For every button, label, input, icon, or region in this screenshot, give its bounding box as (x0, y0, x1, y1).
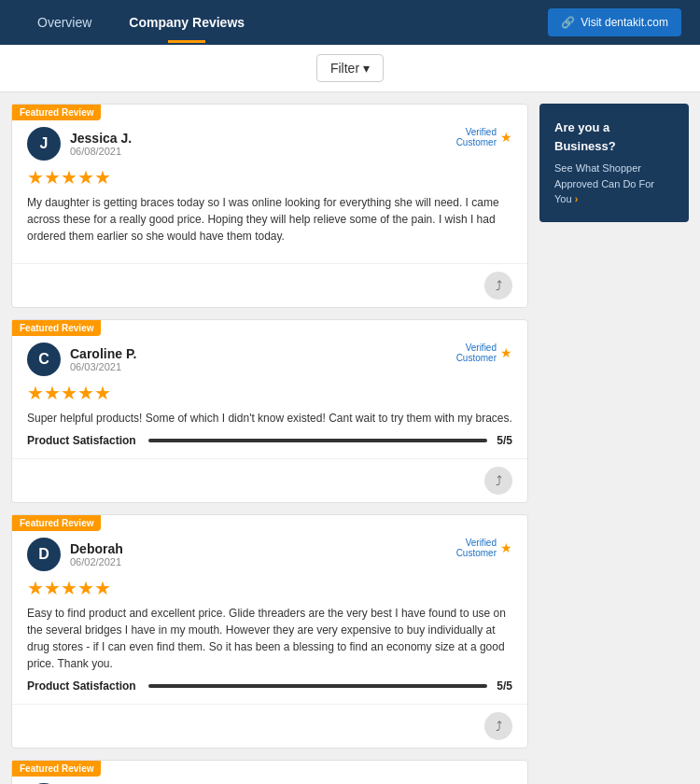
arrow-icon: › (575, 193, 579, 204)
reviewer-name: Deborah (70, 541, 123, 556)
product-sat-label: Product Satisfaction (27, 679, 139, 693)
verified-line1: Verified (456, 538, 497, 548)
verified-badge: Verified Customer ★ (456, 538, 512, 558)
external-link-icon: 🔗 (561, 16, 575, 29)
business-card-title: Are you a Business? (554, 119, 674, 155)
filter-button[interactable]: Filter ▾ (316, 54, 384, 82)
verified-star-icon: ★ (500, 540, 512, 555)
verified-badge: Verified Customer ★ (456, 127, 512, 147)
share-icon: ⤴ (496, 278, 502, 293)
product-satisfaction: Product Satisfaction 5/5 (27, 679, 512, 693)
product-sat-label: Product Satisfaction (27, 434, 139, 447)
verified-line2: Customer (456, 137, 497, 147)
share-icon: ⤴ (496, 473, 502, 488)
review-text: My daughter is getting braces today so I… (27, 194, 512, 245)
featured-badge: Featured Review (12, 105, 101, 120)
review-text: Super helpful products! Some of which I … (27, 410, 512, 427)
chevron-down-icon: ▾ (363, 61, 370, 76)
review-date: 06/02/2021 (70, 556, 123, 567)
business-card[interactable]: Are you a Business? See What Shopper App… (539, 104, 689, 222)
star-rating: ★★★★★ (27, 577, 512, 599)
reviews-list: Featured Review J Jessica J. 06/08/2021 … (11, 104, 528, 784)
verified-line2: Customer (456, 548, 497, 558)
header: Overview Company Reviews 🔗 Visit dentaki… (0, 0, 700, 45)
review-text: Easy to find product and excellent price… (27, 605, 512, 672)
reviewer-name: Jessica J. (70, 131, 132, 146)
avatar: J (27, 127, 61, 161)
product-satisfaction: Product Satisfaction 5/5 (27, 434, 512, 447)
reviewer-name: Caroline P. (70, 346, 136, 361)
review-card: Featured Review D Deborah 06/02/2021 Ver… (11, 514, 528, 749)
featured-badge: Featured Review (12, 761, 101, 777)
visit-button[interactable]: 🔗 Visit dentakit.com (548, 8, 681, 36)
review-card: Featured Review C Caroline P. 06/03/2021… (11, 319, 528, 503)
share-icon: ⤴ (496, 719, 502, 734)
product-sat-score: 5/5 (497, 434, 512, 447)
review-card: Featured Review J Jessica J. 06/08/2021 … (11, 104, 528, 308)
star-rating: ★★★★★ (27, 382, 512, 404)
filter-bar: Filter ▾ (0, 45, 700, 92)
avatar: D (27, 538, 61, 571)
nav-overview[interactable]: Overview (19, 2, 110, 43)
verified-line1: Verified (456, 127, 497, 137)
featured-badge: Featured Review (12, 320, 101, 336)
avatar: C (27, 343, 61, 376)
verified-line2: Customer (456, 353, 497, 363)
verified-badge: Verified Customer ★ (456, 343, 512, 363)
star-rating: ★★★★★ (27, 166, 512, 189)
sidebar: Are you a Business? See What Shopper App… (539, 104, 689, 784)
nav-company-reviews[interactable]: Company Reviews (110, 2, 263, 43)
share-button[interactable]: ⤴ (484, 467, 512, 495)
main-content: Featured Review J Jessica J. 06/08/2021 … (0, 92, 700, 784)
share-button[interactable]: ⤴ (484, 272, 512, 300)
nav: Overview Company Reviews (19, 2, 548, 43)
share-button[interactable]: ⤴ (484, 712, 512, 740)
verified-star-icon: ★ (500, 345, 512, 360)
product-sat-score: 5/5 (497, 679, 512, 693)
review-card: Featured Review B Barb D. 05/24/2021 Ver… (11, 760, 528, 784)
review-date: 06/08/2021 (70, 146, 132, 157)
product-sat-bar (148, 684, 487, 688)
verified-line1: Verified (456, 343, 497, 353)
verified-star-icon: ★ (500, 130, 512, 145)
featured-badge: Featured Review (12, 515, 101, 531)
business-card-subtitle: See What Shopper Approved Can Do For You… (554, 161, 674, 207)
product-sat-bar (148, 439, 487, 442)
review-date: 06/03/2021 (70, 361, 136, 372)
